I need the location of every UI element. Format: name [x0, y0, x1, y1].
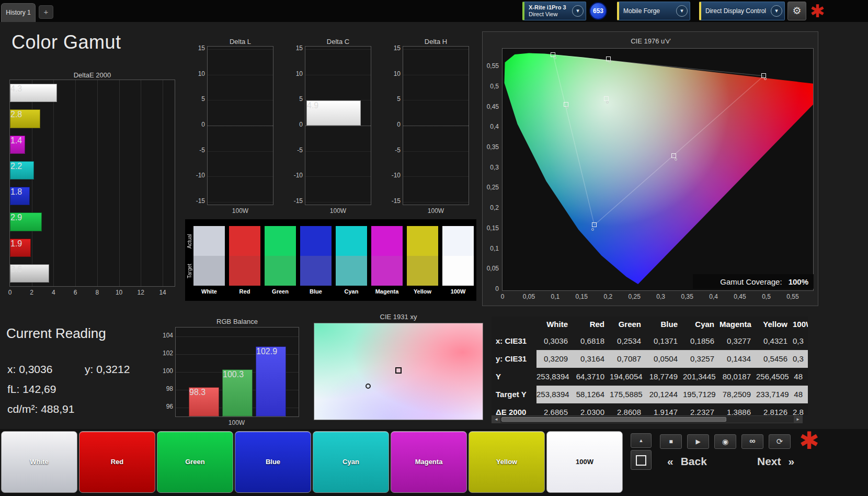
rgb-ytick: 96: [155, 403, 173, 410]
table-hscrollbar[interactable]: ◄ ►: [492, 415, 803, 423]
play-button[interactable]: ▶: [687, 434, 709, 449]
patch-button-blue[interactable]: Blue: [235, 431, 311, 493]
deltae-xtick: 8: [90, 289, 105, 296]
meter-dropdown[interactable]: X-Rite i1Pro 3 Direct View ▾: [522, 2, 586, 20]
swatch-actual-yellow: [407, 226, 438, 256]
delta_l-title: Delta L: [197, 38, 284, 46]
deltae-xtick: 10: [112, 289, 127, 296]
measured-point-marker: [675, 158, 677, 161]
deltae-xtick: 12: [133, 289, 148, 296]
app-alert-icon: ✱: [810, 1, 825, 21]
uv-xtick: 0,1: [546, 293, 565, 300]
patch-button-green[interactable]: Green: [157, 431, 233, 493]
collapse-up-button[interactable]: ▲: [631, 433, 652, 448]
meter-reading-badge[interactable]: 653: [589, 2, 607, 20]
back-button[interactable]: « Back: [667, 452, 707, 471]
swatch-label: Cyan: [336, 288, 367, 295]
unsaved-indicator-icon: ✱: [799, 427, 819, 454]
source-dropdown[interactable]: Mobile Forge ▾: [617, 2, 690, 20]
swatch-label: Magenta: [371, 288, 403, 295]
delta_c-ytick: -10: [285, 172, 303, 179]
gridline: [208, 49, 273, 50]
table-row: ΔE 20002,68652,03002,86081,91472,23271,3…: [492, 403, 808, 415]
delta_c-xlabel: 100W: [305, 207, 371, 215]
gear-icon: ⚙: [792, 5, 801, 16]
gamut-coverage-readout: Gamut Coverage: 100%: [693, 274, 814, 289]
scrollbar-thumb[interactable]: [501, 417, 726, 422]
stop-button[interactable]: ■: [660, 434, 682, 449]
delta_l-ytick: -10: [187, 172, 205, 179]
deltae-gridline: [163, 80, 163, 286]
settings-button[interactable]: ⚙: [787, 2, 806, 20]
swatch-strip: Actual Target WhiteRedGreenBlueCyanMagen…: [185, 219, 476, 301]
gamut-target-marker: [671, 153, 676, 158]
scroll-right-button[interactable]: ►: [794, 416, 802, 423]
gridline: [403, 151, 469, 152]
table-cell: 78,2509: [719, 386, 756, 403]
deltae-chart-title: DeltaE 2000: [9, 71, 175, 79]
meter-name: X-Rite i1Pro 3: [529, 4, 566, 11]
table-cell: 48: [793, 386, 808, 403]
rgb-bar-green: 100.3: [222, 369, 253, 416]
patch-button-red[interactable]: Red: [79, 431, 155, 493]
gridline: [305, 151, 371, 152]
target-row-label: Target: [187, 256, 193, 286]
patch-button-magenta[interactable]: Magenta: [391, 431, 467, 493]
delta_l-ytick: -15: [187, 197, 205, 205]
table-cell: 18,7749: [646, 368, 683, 386]
patch-button-cyan[interactable]: Cyan: [313, 431, 389, 493]
swatch-label: Yellow: [407, 288, 438, 295]
uv-ytick: 0,55: [481, 62, 499, 70]
rgb-balance-title: RGB Balance: [175, 318, 299, 325]
delta_l-ytick: 5: [187, 95, 205, 103]
swatch-actual-100w: [442, 226, 474, 256]
continuous-button[interactable]: ∞: [741, 434, 763, 449]
tab-history-1[interactable]: History 1: [1, 3, 36, 22]
frame-button[interactable]: [631, 450, 652, 470]
uv-ytick: 0,15: [481, 224, 499, 232]
uv-xtick: 0,05: [520, 293, 539, 300]
reading-fl: fL: 142,69: [7, 383, 56, 396]
xy-target-marker: [395, 367, 402, 374]
gridline: [403, 75, 469, 75]
delta_c-ytick: 10: [285, 70, 303, 77]
table-row-label: ΔE 2000: [492, 403, 536, 415]
measured-point-marker: [764, 77, 767, 80]
delta_h-ytick: 15: [383, 44, 401, 52]
gridline: [208, 202, 273, 202]
delta_l-ytick: 15: [187, 44, 205, 52]
table-cell: 0,1856: [683, 332, 719, 350]
next-button[interactable]: Next »: [757, 452, 794, 471]
patch-button-yellow[interactable]: Yellow: [469, 431, 545, 493]
patch-button-label: White: [2, 458, 77, 466]
scroll-left-button[interactable]: ◄: [492, 416, 500, 423]
table-cell: 64,3710: [573, 368, 610, 386]
patch-button-bar: WhiteRedGreenBlueCyanMagentaYellow100W: [0, 429, 868, 496]
table-header-cell: Cyan: [683, 317, 719, 332]
delta_c-title: Delta C: [294, 38, 382, 46]
uv-ytick: 0,35: [481, 143, 499, 151]
table-row-label: y: CIE31: [492, 350, 536, 368]
table-header-row: WhiteRedGreenBlueCyanMagentaYellow100W: [492, 317, 808, 332]
gridline: [208, 176, 273, 177]
patch-button-label: Blue: [235, 458, 311, 466]
next-chevrons-icon: »: [789, 455, 795, 468]
capture-button[interactable]: ◉: [714, 434, 736, 449]
table-row: Y253,839464,3710194,605418,7749201,34458…: [492, 368, 808, 386]
patch-button-label: Magenta: [391, 458, 466, 466]
swatch-actual-cyan: [336, 226, 367, 256]
measured-point-marker: [554, 57, 556, 59]
patch-button-white[interactable]: White: [1, 431, 77, 493]
table-cell: 48: [793, 368, 808, 386]
table-header-cell: Magenta: [719, 317, 756, 332]
uv-ytick: 0,2: [481, 204, 499, 211]
display-control-dropdown[interactable]: Direct Display Control ▾: [699, 2, 785, 20]
new-tab-button[interactable]: +: [39, 5, 53, 19]
loop-button[interactable]: ⟳: [769, 434, 791, 449]
top-bar: History 1 + X-Rite i1Pro 3 Direct View ▾…: [0, 0, 868, 22]
reading-x: x: 0,3036: [7, 363, 52, 376]
table-header-cell: Blue: [646, 317, 683, 332]
rgb-ytick: 102: [155, 350, 173, 357]
patch-button-100w[interactable]: 100W: [546, 431, 623, 493]
gridline: [305, 176, 371, 177]
